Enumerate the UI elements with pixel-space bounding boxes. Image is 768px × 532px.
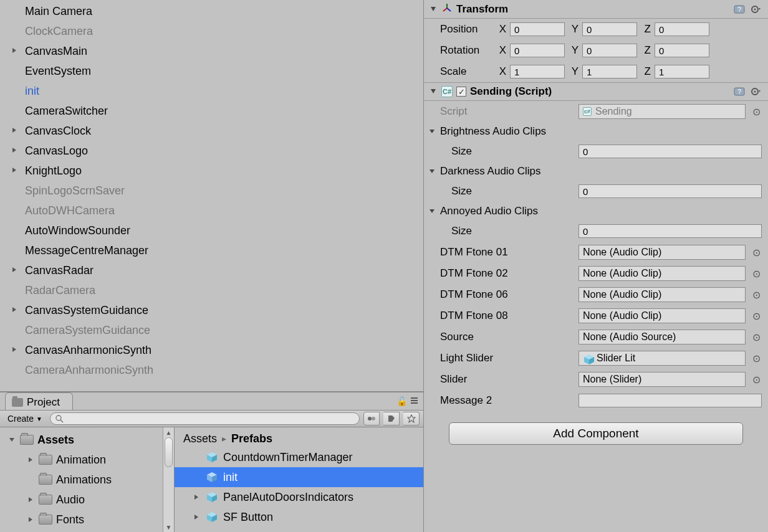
create-button[interactable]: Create ▼ <box>4 413 46 424</box>
expand-icon[interactable] <box>11 147 17 153</box>
gear-icon[interactable] <box>749 3 762 16</box>
expand-icon[interactable] <box>11 167 17 173</box>
tree-item[interactable]: Animation <box>0 450 174 470</box>
text-input[interactable] <box>578 394 762 407</box>
hierarchy-item[interactable]: Main Camera <box>0 1 423 21</box>
expand-icon[interactable] <box>27 516 35 523</box>
hierarchy-item[interactable]: EventSystem <box>0 61 423 81</box>
object-picker-icon[interactable]: ⊙ <box>751 374 762 385</box>
object-field[interactable]: None (Audio Clip) <box>578 245 746 260</box>
expand-icon[interactable] <box>11 306 17 313</box>
help-icon[interactable]: ? <box>733 3 746 16</box>
object-field[interactable]: None (Slider) <box>578 372 746 387</box>
gear-icon[interactable] <box>749 85 762 98</box>
scroll-up-icon[interactable]: ▲ <box>163 427 174 437</box>
rotation-x-input[interactable] <box>510 44 565 57</box>
foldout-icon[interactable] <box>429 208 436 214</box>
hierarchy-item[interactable]: AutoWindowSounder <box>0 221 423 240</box>
hierarchy-item[interactable]: CanvasMain <box>0 41 423 61</box>
expand-icon[interactable] <box>11 346 17 353</box>
help-icon[interactable]: ? <box>733 85 746 98</box>
expand-icon[interactable] <box>11 267 17 273</box>
scrollbar[interactable]: ▲ ▼ <box>163 427 174 532</box>
position-z-input[interactable] <box>655 22 709 36</box>
object-field[interactable]: None (Audio Clip) <box>578 287 746 302</box>
foldout-icon[interactable] <box>430 6 438 12</box>
filter-by-type-button[interactable] <box>363 412 380 425</box>
array-section-header[interactable]: Darkness Audio Clips <box>424 162 768 181</box>
expand-icon[interactable] <box>193 474 201 480</box>
object-picker-icon[interactable]: ⊙ <box>751 268 762 279</box>
crumb-root[interactable]: Assets <box>183 432 217 445</box>
rotation-z-input[interactable] <box>655 44 709 57</box>
search-field[interactable] <box>66 414 354 424</box>
expand-icon[interactable] <box>11 47 17 54</box>
panel-menu-icon[interactable] <box>410 395 418 406</box>
hierarchy-item[interactable]: CameraSwitcher <box>0 101 423 121</box>
position-x-input[interactable] <box>510 22 565 36</box>
expand-icon[interactable] <box>27 457 35 463</box>
hierarchy-item[interactable]: CameraSystemGuidance <box>0 320 423 340</box>
position-y-input[interactable] <box>582 22 637 36</box>
hierarchy-item[interactable]: SpinLogoScrnSaver <box>0 181 423 201</box>
search-input[interactable] <box>50 412 360 425</box>
tree-item[interactable]: Assets <box>0 430 174 450</box>
hierarchy-item[interactable]: CameraAnharmonicSynth <box>0 360 423 380</box>
object-field[interactable]: Slider Lit <box>578 351 746 366</box>
tree-item[interactable]: Animations <box>0 470 174 490</box>
scale-y-input[interactable] <box>582 65 637 78</box>
sending-header[interactable]: C# ✓ Sending (Script) ? <box>424 82 768 101</box>
object-field[interactable]: None (Audio Source) <box>578 330 746 344</box>
size-input[interactable] <box>578 184 762 198</box>
hierarchy-item[interactable]: CanvasRadar <box>0 260 423 280</box>
hierarchy-item[interactable]: ClockCamera <box>0 21 423 41</box>
component-enabled-checkbox[interactable]: ✓ <box>456 87 466 97</box>
tree-item[interactable]: Audio <box>0 490 174 510</box>
scale-z-input[interactable] <box>655 65 709 78</box>
asset-item[interactable]: SF Button <box>175 507 423 527</box>
size-input[interactable] <box>578 145 762 158</box>
expand-icon[interactable] <box>193 454 201 460</box>
hierarchy-item[interactable]: MessageCentreManager <box>0 240 423 260</box>
hierarchy-item[interactable]: KnightLogo <box>0 161 423 181</box>
scale-x-input[interactable] <box>510 65 565 78</box>
asset-item[interactable]: CountdownTimerManager <box>175 447 423 467</box>
object-picker-icon[interactable]: ⊙ <box>751 289 762 300</box>
scroll-thumb[interactable] <box>165 437 173 467</box>
hierarchy-item[interactable]: CanvasSystemGuidance <box>0 300 423 320</box>
transform-header[interactable]: Transform ? <box>424 0 768 19</box>
asset-item[interactable]: PanelAutoDoorsIndicators <box>175 487 423 507</box>
hierarchy-item[interactable]: CanvasClock <box>0 121 423 141</box>
object-picker-icon[interactable]: ⊙ <box>751 353 762 364</box>
hierarchy-item[interactable]: CanvasAnharmonicSynth <box>0 340 423 360</box>
expand-icon[interactable] <box>193 514 201 520</box>
array-section-header[interactable]: Annoyed Audio Clips <box>424 202 768 221</box>
foldout-icon[interactable] <box>429 128 436 135</box>
asset-item[interactable]: init <box>175 467 423 487</box>
object-field[interactable]: None (Audio Clip) <box>578 266 746 281</box>
object-field[interactable]: None (Audio Clip) <box>578 308 746 323</box>
object-picker-icon[interactable]: ⊙ <box>751 106 762 117</box>
array-section-header[interactable]: Brightness Audio Clips <box>424 122 768 141</box>
hierarchy-item[interactable]: init <box>0 81 423 101</box>
hierarchy-item[interactable]: CanvasLogo <box>0 141 423 161</box>
object-picker-icon[interactable]: ⊙ <box>751 331 762 343</box>
foldout-icon[interactable] <box>429 168 436 174</box>
rotation-y-input[interactable] <box>582 44 637 57</box>
add-component-button[interactable]: Add Component <box>449 422 743 445</box>
expand-icon[interactable] <box>193 494 201 500</box>
tree-item[interactable]: Fonts <box>0 510 174 530</box>
expand-icon[interactable] <box>27 496 35 503</box>
project-tab[interactable]: Project <box>5 392 73 410</box>
filter-by-label-button[interactable] <box>383 412 400 425</box>
scroll-down-icon[interactable]: ▼ <box>163 522 174 532</box>
lock-icon[interactable]: 🔓 <box>396 396 407 406</box>
size-input[interactable] <box>578 224 762 238</box>
expand-icon[interactable] <box>11 127 17 133</box>
object-picker-icon[interactable]: ⊙ <box>751 310 762 321</box>
foldout-icon[interactable] <box>430 88 438 95</box>
expand-icon[interactable] <box>9 437 16 443</box>
crumb-current[interactable]: Prefabs <box>231 432 272 445</box>
hierarchy-item[interactable]: RadarCamera <box>0 280 423 300</box>
object-picker-icon[interactable]: ⊙ <box>751 247 762 258</box>
